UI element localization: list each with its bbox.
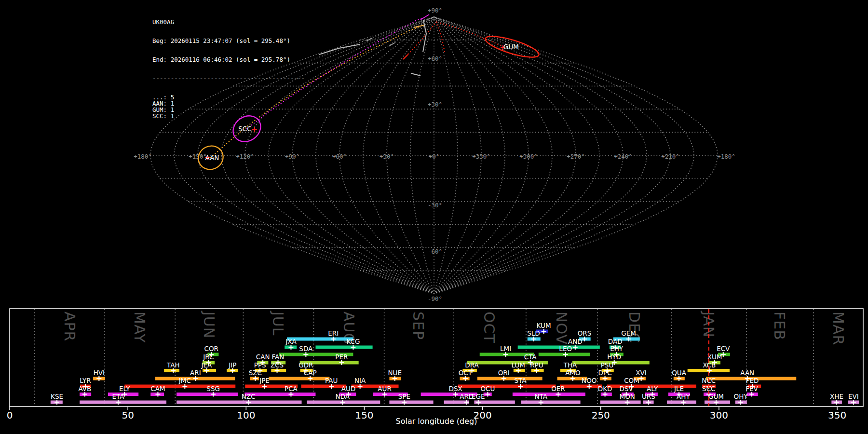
shower-label-ssg: SSG [206, 385, 220, 393]
shower-count-line: ...: 5 [152, 94, 305, 100]
shower-bar-noo [560, 385, 602, 388]
month-label-mar: MAR [830, 312, 847, 345]
shower-label-ari: ARI [190, 369, 201, 377]
month-label-apr: APR [61, 312, 78, 341]
shower-label-nia: NIA [354, 377, 366, 384]
longitude-label: +330° [472, 153, 490, 160]
latitude-label: -90° [428, 295, 442, 302]
shower-label-jpe: JPE [259, 377, 270, 384]
shower-label-jip: JIP [228, 361, 236, 369]
shower-count-list: ...: 5AAN: 1GUM: 1SCC: 1 [152, 94, 305, 119]
shower-label-ors: ORS [578, 329, 592, 337]
observation-header: UK00AG Beg: 20260115 23:47:07 (sol = 295… [152, 6, 305, 125]
shower-label-jmc: JMC [178, 377, 191, 384]
sporadic-trail-4 [389, 42, 395, 46]
shower-label-szc: SZC [249, 369, 262, 377]
shower-label-pca: PCA [285, 385, 298, 393]
latitude-label: -30° [428, 202, 442, 209]
shower-bar-eri [287, 338, 353, 341]
shower-label-sta: STA [515, 377, 527, 384]
shower-label-ori: ORI [498, 369, 510, 377]
shower-label-dsx: DSX [449, 385, 462, 393]
begin-time-line: Beg: 20260115 23:47:07 (sol = 295.48°) [152, 38, 305, 44]
timeline-chart: APRMAYJUNJULAUGSEPOCTNOVDECJANFEBMAR0501… [7, 309, 863, 426]
shower-label-sld: SLD [527, 329, 540, 337]
shower-label-xhe: XHE [830, 393, 843, 400]
latitude-label: -60° [428, 248, 442, 255]
shower-label-jrc: JRC [203, 353, 214, 361]
shower-label-pau: PAU [325, 377, 338, 384]
shower-label-jea: JEA [201, 361, 213, 369]
shower-label-spe: SPE [398, 393, 410, 400]
longitude-label: +270° [567, 153, 585, 160]
shower-label-dpc: DPC [598, 369, 612, 377]
shower-label-pps: PPS [254, 361, 266, 369]
shower-label-hyd: HYD [607, 353, 621, 361]
shower-label-mon: MON [619, 393, 635, 400]
shower-label-cap: CAP [304, 369, 317, 377]
longitude-label: +300° [519, 153, 538, 160]
gum-meteor-trail [403, 54, 408, 59]
shower-label-kum: KUM [537, 322, 551, 329]
shower-bar-ori [477, 377, 542, 380]
shower-count-line: SCC: 1 [152, 113, 305, 119]
aan-meteor-trail [414, 25, 424, 27]
longitude-label: +180° [717, 153, 735, 160]
shower-label-jle: JLE [674, 385, 684, 393]
month-label-sep: SEP [410, 312, 427, 340]
shower-label-gem: GEM [621, 329, 636, 337]
sporadic-trail-3 [411, 73, 420, 76]
shower-count-line: AAN: 1 [152, 100, 305, 107]
x-axis-title: Solar longitude (deg) [396, 417, 477, 426]
longitude-label: +180° [134, 153, 152, 160]
shower-label-ahy: AHY [677, 393, 690, 400]
station-id: UK00AG [152, 19, 305, 25]
shower-label-xvi: XVI [636, 369, 646, 377]
shower-label-eri: ERI [328, 329, 339, 337]
shower-label-cam: CAM [150, 385, 165, 393]
shower-label-lum: LUM [511, 361, 525, 369]
shower-label-can: CAN [256, 353, 270, 361]
month-label-jun: JUN [201, 311, 217, 339]
shower-label-aan: AAN [740, 369, 754, 377]
shower-label-ege: EGE [472, 393, 485, 400]
shower-label-xum: XUM [707, 353, 722, 361]
shower-label-rpu: RPU [530, 361, 543, 369]
shower-label-dkd: DKD [598, 385, 612, 393]
radiant-label-gum: GUM [503, 43, 519, 51]
shower-label-lmi: LMI [500, 345, 511, 353]
shower-count-line: GUM: 1 [152, 107, 305, 113]
x-tick-label: 50 [122, 409, 134, 421]
shower-label-cor: COR [204, 345, 218, 353]
meteor-summary-figure: +180°+150°+120°+90°+60°+30°+0°+330°+300°… [0, 0, 868, 434]
x-tick-label: 250 [592, 409, 610, 421]
shower-bar-mon [600, 401, 641, 404]
shower-label-oer: OER [551, 385, 565, 393]
shower-label-tah: TAH [166, 361, 180, 369]
shower-bar-kcg [315, 346, 372, 349]
longitude-label: +0° [429, 153, 440, 160]
shower-label-ohy: OHY [734, 393, 748, 400]
longitude-label: +120° [236, 153, 254, 160]
end-time-line: End: 20260116 06:46:02 (sol = 295.78°) [152, 56, 305, 63]
longitude-label: +150° [189, 153, 207, 160]
shower-label-sda: SDA [299, 345, 313, 353]
shower-label-oct: OCT [459, 369, 473, 377]
shower-label-kcg: KCG [346, 338, 360, 345]
shower-label-tha: THA [563, 361, 577, 369]
x-tick-label: 150 [355, 409, 373, 421]
latitude-label: +90° [428, 7, 442, 14]
shower-label-ecv: ECV [717, 345, 730, 353]
sporadic-trail-1 [319, 44, 360, 54]
shower-label-gum: GUM [708, 393, 724, 400]
x-tick-label: 350 [828, 409, 846, 421]
shower-label-dsv: DSV [620, 385, 634, 393]
shower-label-hvi: HVI [94, 369, 105, 377]
shower-label-nzc: NZC [242, 393, 256, 400]
shower-label-com: COM [624, 377, 639, 384]
shower-label-dra: DRA [465, 361, 479, 369]
shower-label-nda: NDA [336, 393, 350, 400]
shower-label-fan: FAN [272, 353, 285, 361]
radiant-label-aan: AAN [205, 154, 219, 162]
shower-label-fev: FEV [746, 385, 758, 393]
